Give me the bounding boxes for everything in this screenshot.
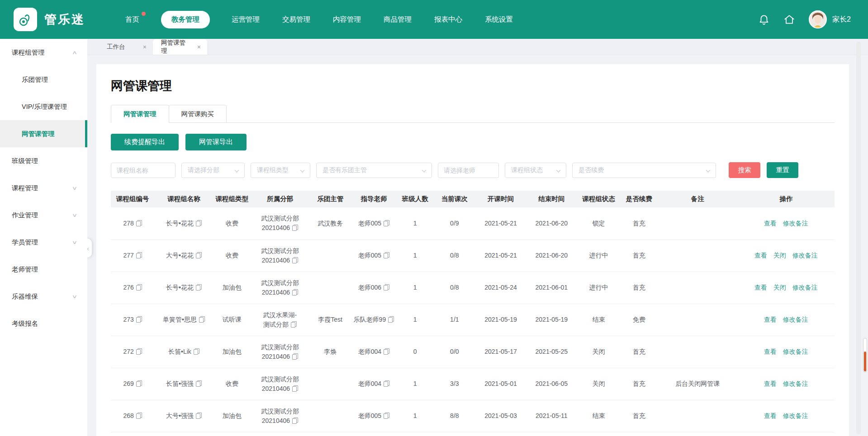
filter-text-input[interactable] (438, 163, 498, 178)
sidebar-item[interactable]: 课程组管理∧ (0, 39, 87, 66)
action-view-link[interactable]: 查看 (764, 316, 777, 323)
workspace-tab[interactable]: 工作台× (99, 39, 153, 55)
copy-icon[interactable] (384, 380, 389, 387)
action-edit-remark-link[interactable]: 修改备注 (783, 348, 808, 355)
search-button[interactable]: 搜索 (729, 162, 760, 178)
copy-icon[interactable] (291, 321, 297, 328)
filter-select[interactable]: 课程组类型 (251, 163, 310, 178)
action-edit-remark-link[interactable]: 修改备注 (783, 412, 808, 419)
copy-icon[interactable] (196, 220, 202, 226)
copy-icon[interactable] (136, 316, 142, 323)
copy-icon[interactable] (196, 380, 202, 387)
cell-group-type (213, 432, 251, 436)
sidebar-item[interactable]: 考级报名 (0, 310, 87, 337)
home-icon[interactable] (783, 14, 795, 25)
nav-item-link[interactable]: 报表中心 (433, 11, 463, 28)
cell-remark (658, 336, 737, 368)
app-screen: 管乐迷 首页教务管理运营管理交易管理内容管理商品管理报表中心系统设置 (0, 0, 868, 436)
action-view-link[interactable]: 查看 (764, 380, 777, 387)
cell-group-id: 278 (111, 207, 154, 239)
action-close-link[interactable]: 关闭 (773, 252, 786, 259)
copy-icon[interactable] (196, 252, 202, 258)
sidebar-item[interactable]: 乐团管理 (0, 66, 87, 93)
sidebar-item[interactable]: 作业管理∨ (0, 202, 87, 229)
copy-icon[interactable] (196, 413, 202, 419)
copy-icon[interactable] (292, 225, 298, 231)
copy-icon[interactable] (292, 353, 298, 360)
copy-icon[interactable] (292, 257, 298, 263)
copy-icon[interactable] (384, 252, 389, 258)
action-view-link[interactable]: 查看 (754, 284, 767, 291)
copy-icon[interactable] (136, 220, 142, 226)
copy-icon[interactable] (199, 316, 205, 323)
cell-remark (658, 432, 737, 436)
page-tab[interactable]: 网管课购买 (169, 105, 227, 123)
copy-icon[interactable] (384, 284, 389, 291)
copy-icon[interactable] (136, 284, 142, 291)
sidebar-item[interactable]: 乐器维保∨ (0, 283, 87, 310)
content-scrollbar[interactable] (856, 42, 861, 434)
action-edit-remark-link[interactable]: 修改备注 (783, 220, 808, 227)
action-view-link[interactable]: 查看 (764, 348, 777, 355)
copy-icon[interactable] (136, 252, 142, 258)
close-icon[interactable]: × (143, 43, 147, 51)
action-view-link[interactable]: 查看 (764, 412, 777, 419)
page-tab-active[interactable]: 网管课管理 (111, 105, 169, 123)
notification-bell-icon[interactable] (758, 14, 770, 25)
action-edit-remark-link[interactable]: 修改备注 (792, 252, 818, 259)
sidebar-item[interactable]: 学员管理∨ (0, 229, 87, 256)
filter-text-input[interactable] (111, 163, 175, 178)
copy-icon[interactable] (196, 284, 202, 291)
course-export-button[interactable]: 网管课导出 (185, 134, 247, 150)
sidebar-item[interactable]: VIP/乐理课管理 (0, 93, 87, 120)
sidebar-item[interactable]: 课程管理∨ (0, 174, 87, 202)
reset-button[interactable]: 重置 (767, 162, 798, 178)
user-avatar[interactable] (809, 10, 827, 28)
nav-item-link[interactable]: 运营管理 (231, 11, 261, 28)
action-edit-remark-link[interactable]: 修改备注 (783, 380, 808, 387)
copy-icon[interactable] (292, 385, 298, 392)
cell-start-date: 2021-05-19 (475, 304, 526, 336)
filter-select[interactable]: 请选择分部 (181, 163, 245, 178)
sidebar-item[interactable]: 班级管理 (0, 147, 87, 174)
action-edit-remark-link[interactable]: 修改备注 (783, 316, 808, 323)
close-icon[interactable]: × (197, 43, 201, 51)
filter-select[interactable]: 是否续费 (572, 163, 716, 178)
sidebar-item-active[interactable]: 网管课管理 (0, 120, 87, 147)
copy-icon[interactable] (384, 413, 389, 419)
copy-icon[interactable] (136, 413, 142, 419)
copy-icon[interactable] (388, 316, 394, 323)
copy-icon[interactable] (136, 348, 142, 355)
nav-item-active[interactable]: 教务管理 (161, 11, 210, 28)
cell-status (577, 432, 620, 436)
action-view-link[interactable]: 查看 (754, 252, 767, 259)
nav-item-link[interactable]: 内容管理 (332, 11, 362, 28)
action-close-link[interactable]: 关闭 (773, 284, 786, 291)
sidebar-item[interactable]: 老师管理 (0, 256, 87, 283)
user-name[interactable]: 家长2 (832, 15, 851, 24)
cell-actions: 查看修改备注 (737, 368, 835, 400)
filter-input[interactable] (111, 163, 175, 178)
copy-icon[interactable] (384, 348, 389, 355)
branch-line1: 武汉测试分部 (252, 246, 308, 256)
filter-input[interactable] (438, 163, 499, 178)
cell-branch: 武汉测试分部20210406 (251, 239, 309, 272)
group-name-value: 长笛•强强 (166, 380, 194, 387)
action-edit-remark-link[interactable]: 修改备注 (792, 284, 818, 291)
filter-select[interactable]: 课程组状态 (505, 163, 566, 178)
copy-icon[interactable] (136, 380, 142, 387)
filter-select[interactable]: 是否有乐团主管 (316, 163, 432, 178)
nav-item-link[interactable]: 系统设置 (484, 11, 514, 28)
nav-item-link[interactable]: 首页 (124, 11, 140, 28)
copy-icon[interactable] (292, 417, 298, 424)
page-scrollbar-thumb[interactable] (863, 338, 867, 372)
cell-start-date (475, 432, 526, 436)
workspace-tab-active[interactable]: 网管课管理× (153, 39, 207, 55)
copy-icon[interactable] (384, 220, 389, 226)
nav-item-link[interactable]: 商品管理 (383, 11, 413, 28)
copy-icon[interactable] (194, 348, 199, 355)
copy-icon[interactable] (292, 289, 298, 295)
nav-item-link[interactable]: 交易管理 (281, 11, 311, 28)
action-view-link[interactable]: 查看 (764, 220, 777, 227)
renewal-reminder-export-button[interactable]: 续费提醒导出 (111, 134, 179, 150)
